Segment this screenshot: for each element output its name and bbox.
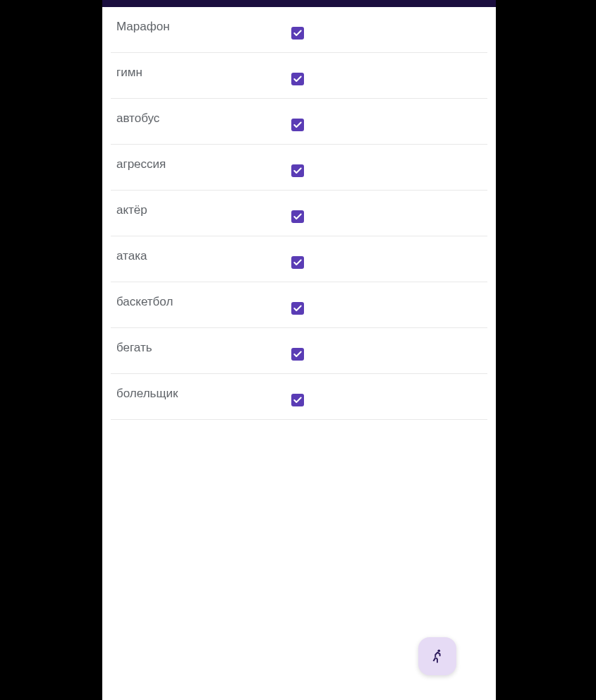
list-item[interactable]: баскетбол (111, 282, 487, 328)
checkbox-container (291, 246, 304, 269)
word-label: актёр (111, 200, 291, 217)
run-fab-button[interactable] (418, 637, 456, 675)
check-icon (293, 74, 303, 84)
checkbox-container (291, 292, 304, 315)
list-item[interactable]: атака (111, 236, 487, 282)
word-label: гимн (111, 63, 291, 80)
check-icon (293, 258, 303, 267)
list-item[interactable]: Марафон (111, 7, 487, 53)
checkbox[interactable] (291, 256, 304, 269)
word-label: агрессия (111, 155, 291, 171)
list-item[interactable]: актёр (111, 191, 487, 236)
check-icon (293, 395, 303, 405)
check-icon (293, 120, 303, 130)
checkbox[interactable] (291, 394, 304, 406)
checkbox-container (291, 63, 304, 85)
word-label: бегать (111, 338, 291, 355)
checkbox[interactable] (291, 164, 304, 177)
word-label: Марафон (111, 17, 291, 34)
check-icon (293, 303, 303, 313)
word-label: атака (111, 246, 291, 263)
check-icon (293, 28, 303, 38)
word-label: болельщик (111, 384, 291, 401)
list-item[interactable]: бегать (111, 328, 487, 374)
word-label: баскетбол (111, 292, 291, 309)
checkbox-container (291, 17, 304, 40)
checkbox[interactable] (291, 119, 304, 131)
list-item[interactable]: агрессия (111, 145, 487, 191)
checkbox[interactable] (291, 73, 304, 85)
checkbox-container (291, 109, 304, 131)
check-icon (293, 212, 303, 222)
checkbox[interactable] (291, 348, 304, 361)
list-item[interactable]: автобус (111, 99, 487, 145)
run-icon (430, 648, 445, 664)
checkbox-container (291, 155, 304, 177)
checkbox-container (291, 338, 304, 361)
checkbox[interactable] (291, 27, 304, 40)
checkbox[interactable] (291, 302, 304, 315)
list-item[interactable]: гимн (111, 53, 487, 99)
check-icon (293, 166, 303, 176)
svg-point-0 (437, 649, 440, 652)
word-label: автобус (111, 109, 291, 126)
word-list: Марафон гимн автобус (102, 7, 496, 700)
checkbox[interactable] (291, 210, 304, 223)
checkbox-container (291, 200, 304, 223)
header-bar (102, 0, 496, 7)
list-item[interactable]: болельщик (111, 374, 487, 420)
app-screen: Марафон гимн автобус (102, 0, 496, 700)
check-icon (293, 349, 303, 359)
checkbox-container (291, 384, 304, 406)
